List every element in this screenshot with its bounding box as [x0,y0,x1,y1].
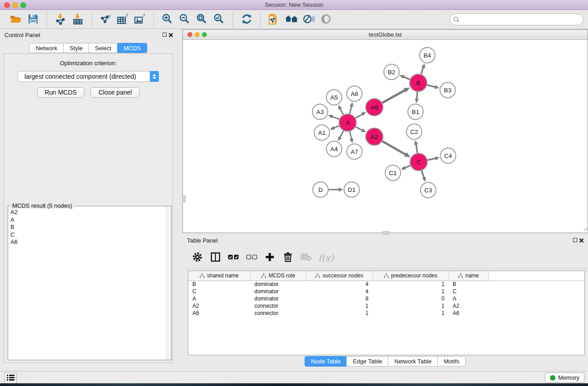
zoom-out-icon [179,13,191,26]
graph-node-label: A1 [318,129,326,136]
column-header[interactable]: name [449,271,488,281]
close-panel-icon[interactable] [168,32,173,37]
import-network-button[interactable] [52,12,69,27]
first-neighbors-button[interactable] [283,12,300,27]
new-network-from-selection-button[interactable] [266,12,283,27]
column-header-filler [488,271,585,281]
close-panel-button[interactable]: Close panel [91,87,139,98]
task-history-button[interactable] [5,373,17,384]
add-column-button[interactable] [264,252,276,264]
graph-node-label: A8 [351,91,359,97]
zoom-out-button[interactable] [176,12,193,27]
graph-edge[interactable] [334,126,339,128]
graph-edge[interactable] [382,90,405,103]
tab-network-table[interactable]: Network Table [388,356,438,367]
tab-select[interactable]: Select [89,43,118,53]
zoom-selected-button[interactable] [210,12,228,27]
close-panel-icon[interactable] [579,238,584,243]
float-panel-icon[interactable] [163,33,167,37]
zoom-selected-icon [213,13,225,26]
table-cell: 1 [373,302,449,310]
node-table[interactable]: shared nameMCDS rolesuccessor nodesprede… [188,271,585,355]
control-panel-header: Control Panel [0,29,177,41]
zoom-in-button[interactable] [159,12,176,27]
graph-node-label: A5 [330,94,338,101]
graph-edge[interactable] [382,141,406,155]
run-mcds-button[interactable]: Run MCDS [37,87,85,98]
edge-arrowhead-icon [415,99,419,103]
open-session-button[interactable] [7,12,24,27]
mcds-result-item[interactable]: B [10,224,171,231]
table-cell: A [188,295,250,302]
table-cell: 8 [306,295,373,302]
resize-grip-icon[interactable] [582,225,588,233]
mcds-result-item[interactable]: A [10,216,171,224]
export-table-button[interactable] [114,12,131,27]
graph-edge[interactable] [356,127,363,130]
float-panel-icon[interactable] [573,238,577,242]
graph-edge[interactable] [416,144,417,153]
tab-edge-table[interactable]: Edge Table [346,356,388,367]
search-input[interactable] [449,14,583,25]
result-scrollbar[interactable] [166,206,171,360]
vertical-splitter-handle[interactable] [382,231,389,234]
graph-edge[interactable] [421,171,424,178]
column-header[interactable]: shared name [188,271,250,281]
mcds-result-item[interactable]: A2 [10,209,171,216]
graph-edge[interactable] [340,108,344,114]
graph-edge[interactable] [428,158,436,160]
graph-edge[interactable] [332,116,339,119]
level-of-detail-button[interactable] [317,12,335,27]
edge-arrowhead-icon [421,63,425,68]
graph-edge[interactable] [355,114,363,118]
column-header[interactable]: successor nodes [306,271,373,281]
mcds-result-item[interactable]: C [10,231,171,239]
export-image-button[interactable] [131,12,148,27]
table-row[interactable]: A2connector11A2 [188,302,585,310]
control-panel-title: Control Panel [5,32,40,38]
table-cell: 4 [306,288,373,295]
memory-button[interactable]: Memory [545,372,584,383]
select-all-button[interactable] [228,252,239,264]
graph-edge[interactable] [403,76,410,79]
graph-edge[interactable] [421,67,423,74]
refresh-layout-button[interactable] [238,12,255,27]
horizontal-splitter-handle[interactable] [182,195,186,202]
column-header[interactable]: predecessor nodes [373,271,449,281]
table-row[interactable]: Bdominator41B [188,281,585,288]
memory-label: Memory [558,374,579,381]
graph-edge[interactable] [427,85,435,87]
table-row[interactable]: Cdominator41C [188,288,585,295]
network-canvas[interactable]: B4B2BB3A5A8A6A3B1AA1C2A2A4A7C4CC1C3DD1 [183,40,588,233]
hide-graphics-details-button[interactable] [300,12,317,27]
destroy-table-button[interactable] [300,252,312,264]
graph-edge[interactable] [417,92,418,100]
mcds-result-list[interactable]: A2ABCA6 [8,206,171,360]
zoom-fit-icon [196,13,208,26]
zoom-fit-button[interactable] [193,12,210,27]
tab-motifs[interactable]: Motifs [437,356,466,367]
table-settings-button[interactable] [191,252,203,264]
criterion-dropdown[interactable]: largest connected component (directed) [18,71,159,82]
delete-rows-button[interactable] [282,252,294,264]
graph-edge[interactable] [340,131,344,138]
tab-network[interactable]: Network [29,43,64,53]
tab-mcds[interactable]: MCDS [117,43,147,53]
table-row[interactable]: Adominator80A [188,295,585,302]
save-session-button[interactable] [24,12,42,27]
import-table-button[interactable] [69,12,86,27]
column-header-icon [261,273,266,278]
table-row[interactable]: A6connector11A6 [188,310,585,317]
deselect-all-button[interactable] [246,252,258,264]
tab-node-table[interactable]: Node Table [305,356,347,367]
export-network-button[interactable] [97,12,114,27]
graph-edge[interactable] [350,131,352,139]
column-header[interactable]: MCDS role [250,271,306,281]
toolbar-separator [47,12,47,27]
graph-edge[interactable] [350,106,352,114]
split-panel-button[interactable] [210,252,221,264]
function-builder-button[interactable]: f(x) [318,253,334,263]
graph-edge[interactable] [404,166,410,168]
tab-style[interactable]: Style [63,43,89,53]
mcds-result-item[interactable]: A6 [10,238,171,246]
